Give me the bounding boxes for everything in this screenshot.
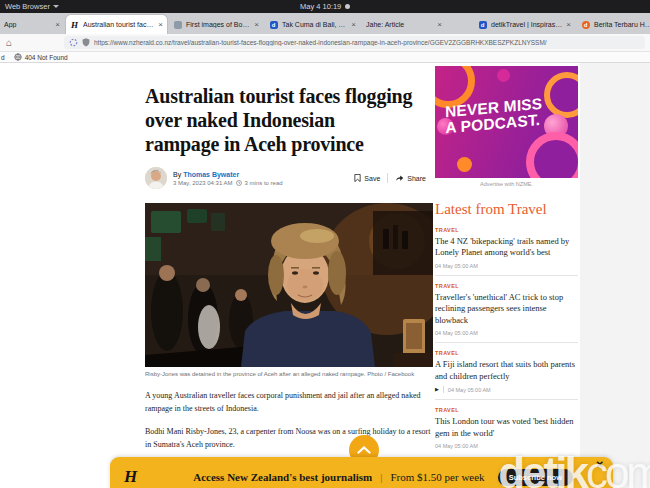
list-item[interactable]: TRAVEL Traveller's 'unethical' AC trick …	[435, 276, 578, 343]
system-clock: May 4 10:19	[300, 2, 350, 11]
banner-price: From $1.50 per week	[391, 471, 485, 483]
tab-jahe[interactable]: Jahe: Article ×	[362, 15, 446, 34]
tab-app[interactable]: App ×	[0, 15, 64, 34]
close-icon[interactable]: ×	[55, 21, 60, 29]
item-title[interactable]: The 4 NZ 'bikepacking' trails named by L…	[435, 236, 578, 259]
page-title: Australian tourist faces flogging over n…	[145, 84, 433, 156]
tab-active-article[interactable]: H Australian tourist faces fl ×	[66, 15, 167, 34]
article-actions: Save Share	[347, 173, 433, 183]
chevron-down-icon	[53, 5, 59, 8]
news-favicon	[173, 20, 182, 29]
photo-caption: Risby-Jones was detained in the province…	[145, 371, 433, 379]
article-paragraph: Bodhi Mani Risby-Jones, 23, a carpenter …	[145, 426, 433, 452]
ad-ring-icon	[544, 72, 578, 118]
close-icon[interactable]: ×	[158, 21, 163, 29]
list-item[interactable]: TRAVEL This London tour was voted 'best …	[435, 400, 578, 455]
item-date: 04 May 05:00 AM	[435, 263, 578, 269]
detik-orange-favicon: d	[581, 20, 590, 29]
kicker-label: TRAVEL	[435, 407, 578, 413]
article: Australian tourist faces flogging over n…	[145, 63, 433, 487]
share-arrow-icon	[395, 174, 404, 182]
author-avatar	[145, 167, 167, 189]
ad-dot-icon	[497, 69, 510, 82]
kicker-label: TRAVEL	[435, 227, 578, 233]
tab-title: Tak Cuma di Bali, Turis Na	[282, 21, 347, 28]
close-icon[interactable]: ×	[351, 21, 356, 29]
url-text: https://www.nzherald.co.nz/travel/austra…	[94, 39, 547, 46]
divider: |	[380, 471, 382, 483]
chevron-up-icon	[357, 446, 371, 454]
author-link[interactable]: Thomas Bywater	[183, 171, 239, 178]
section-title: Latest from Travel	[435, 201, 578, 218]
ad-headline: NEVER MISS A PODCAST.	[445, 96, 543, 137]
sidebar: NEVER MISS A PODCAST. Advertise with NZM…	[435, 63, 578, 488]
byline-prefix: By	[173, 171, 181, 178]
item-title[interactable]: This London tour was voted 'best hidden …	[435, 416, 578, 439]
podcast-ad[interactable]: NEVER MISS A PODCAST.	[435, 66, 578, 178]
clock-icon	[236, 180, 242, 186]
detik-blue-favicon: d	[478, 20, 487, 29]
nav-toolbar: ⌂ https://www.nzherald.co.nz/travel/aust…	[0, 34, 650, 52]
ad-credit-link[interactable]: Advertise with NZME.	[435, 181, 578, 187]
read-time: 3 mins to read	[245, 180, 283, 186]
play-icon: ▶	[435, 387, 439, 392]
article-photo	[145, 203, 433, 367]
tab-title: detikTravel | Inspirasi Jala	[491, 21, 562, 28]
globe-icon	[14, 53, 22, 61]
url-bar[interactable]: https://www.nzherald.co.nz/travel/austra…	[64, 36, 645, 49]
byline-meta: By Thomas Bywater 3 May, 2023 04:31 AM 3…	[173, 171, 283, 186]
bookmark-clipped[interactable]: d	[1, 54, 5, 61]
bookmark-label: 404 Not Found	[25, 54, 68, 61]
tab-first-images[interactable]: First images of Bodhi Ris ×	[169, 15, 263, 34]
tab-title: First images of Bodhi Ris	[186, 21, 250, 28]
kicker-label: TRAVEL	[435, 283, 578, 289]
tab-title: Jahe: Article	[366, 21, 437, 28]
article-paragraph: A young Australian traveller faces corpo…	[145, 390, 433, 416]
status-dot-icon	[345, 4, 350, 9]
item-date: 04 May 05:00 AM	[435, 330, 578, 336]
tab-berita[interactable]: d Berita Terbaru Hari I	[577, 15, 650, 34]
article-date: 3 May, 2023 04:31 AM	[173, 180, 233, 186]
tab-title: Berita Terbaru Hari I	[594, 21, 650, 28]
system-bar: Web Browser May 4 10:19	[0, 0, 650, 13]
nzherald-logo: H	[124, 467, 137, 487]
banner-message: Access New Zealand's best journalism	[193, 471, 372, 483]
tab-detiktravel[interactable]: d detikTravel | Inspirasi Jala ×	[474, 15, 575, 34]
bookmarks-bar: d 404 Not Found	[0, 52, 650, 63]
save-button[interactable]: Save	[347, 174, 387, 182]
reload-spinner-icon[interactable]	[69, 38, 78, 47]
app-menu-label: Web Browser	[5, 2, 50, 11]
page-gutter	[580, 63, 650, 488]
close-icon[interactable]: ×	[437, 21, 442, 29]
close-icon[interactable]: ×	[566, 21, 571, 29]
detik-watermark: detikcom	[498, 448, 650, 488]
divider	[443, 386, 444, 393]
detik-blue-favicon: d	[269, 20, 278, 29]
byline: By Thomas Bywater 3 May, 2023 04:31 AM 3…	[145, 163, 433, 193]
bookmark-404[interactable]: 404 Not Found	[14, 53, 68, 61]
clock-text: May 4 10:19	[300, 2, 341, 11]
tab-bar: App × H Australian tourist faces fl × Fi…	[0, 13, 650, 34]
home-icon[interactable]: ⌂	[6, 37, 12, 48]
list-item[interactable]: TRAVEL A Fiji island resort that suits b…	[435, 343, 578, 400]
tab-title: App	[4, 21, 55, 28]
item-title[interactable]: Traveller's 'unethical' AC trick to stop…	[435, 292, 578, 326]
item-date: ▶ 04 May 05:00 AM	[435, 386, 578, 393]
page-content: Australian tourist faces flogging over n…	[0, 63, 650, 488]
tab-tak-cuma[interactable]: d Tak Cuma di Bali, Turis Na ×	[265, 15, 360, 34]
shield-icon[interactable]	[82, 38, 90, 47]
app-menu[interactable]: Web Browser	[5, 2, 59, 11]
bookmark-icon	[354, 174, 361, 182]
ad-ring-icon	[526, 132, 578, 178]
item-title[interactable]: A Fiji island resort that suits both par…	[435, 359, 578, 382]
close-icon[interactable]: ×	[254, 21, 259, 29]
nzherald-favicon: H	[70, 20, 79, 29]
share-button[interactable]: Share	[388, 174, 433, 182]
ad-dot-icon	[457, 157, 472, 172]
tab-title: Australian tourist faces fl	[83, 21, 154, 28]
kicker-label: TRAVEL	[435, 350, 578, 356]
list-item[interactable]: TRAVEL The 4 NZ 'bikepacking' trails nam…	[435, 220, 578, 276]
